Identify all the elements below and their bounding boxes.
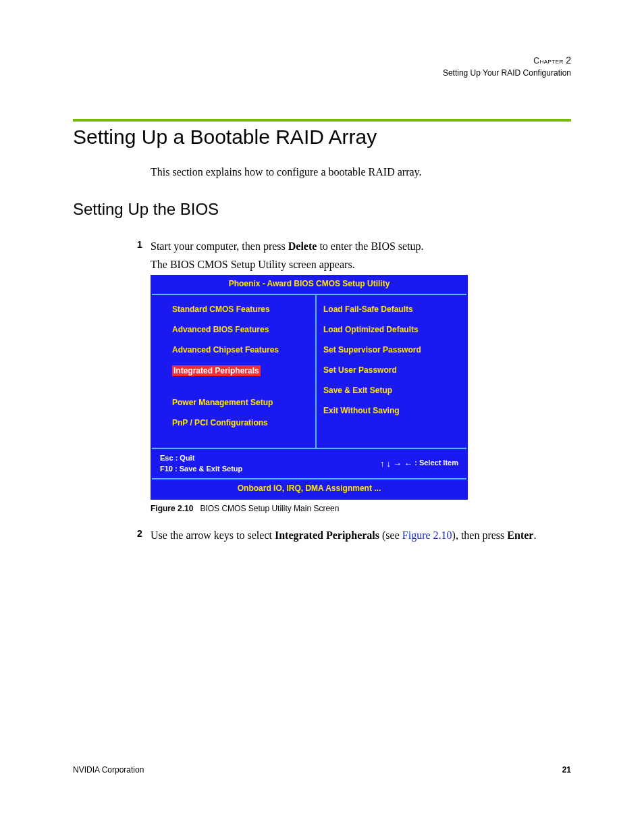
step-number: 2 [137, 528, 142, 539]
page-title: Setting Up a Bootable RAID Array [73, 126, 571, 149]
bios-body: Standard CMOS Features Advanced BIOS Fea… [152, 294, 466, 449]
bios-menu-item: Advanced BIOS Features [172, 325, 307, 334]
page-footer: NVIDIA Corporation 21 [73, 765, 571, 775]
bios-menu-item: Power Management Setup [172, 398, 307, 407]
bios-screenshot: Phoenix - Award BIOS CMOS Setup Utility … [151, 275, 468, 500]
bios-menu-item-selected: Integrated Peripherals [172, 365, 261, 376]
bios-menu-item: Set Supervisor Password [323, 345, 458, 355]
bios-right-column: Load Fail-Safe Defaults Load Optimized D… [317, 295, 466, 448]
figure-caption: Figure 2.10 BIOS CMOS Setup Utility Main… [151, 504, 571, 513]
section-subtitle: Setting Up the BIOS [73, 200, 571, 219]
bios-menu-item: Load Optimized Defaults [323, 325, 458, 334]
step2-mid1: (see [379, 529, 402, 541]
chapter-word: Chapter [533, 56, 564, 66]
bios-left-column: Standard CMOS Features Advanced BIOS Fea… [152, 295, 317, 448]
chapter-title: Setting Up Your RAID Configuration [73, 68, 571, 79]
bios-menu-item: Save & Exit Setup [323, 386, 458, 395]
bios-menu-item: Exit Without Saving [323, 406, 458, 415]
step1-post: to enter the BIOS setup. [317, 240, 423, 252]
bios-key-esc: Esc : Quit [160, 453, 380, 463]
figure-text: BIOS CMOS Setup Utility Main Screen [200, 504, 339, 513]
bios-menu-item: PnP / PCI Configurations [172, 418, 307, 427]
step-1: 1 Start your computer, then press Delete… [151, 239, 571, 513]
step2-mid2: ), then press [452, 529, 508, 541]
step-2: 2 Use the arrow keys to select Integrate… [151, 528, 571, 543]
step2-bold2: Enter [507, 529, 533, 541]
bios-menu-item: Standard CMOS Features [172, 305, 307, 314]
step2-bold1: Integrated Peripherals [275, 529, 379, 541]
chapter-number: 2 [566, 55, 571, 66]
step2-post: . [533, 529, 536, 541]
bios-key-f10: F10 : Save & Exit Setup [160, 464, 380, 474]
figure-link[interactable]: Figure 2.10 [402, 529, 452, 541]
arrow-left-icon: ← [404, 459, 412, 469]
step-number: 1 [137, 239, 142, 250]
section-rule [73, 119, 571, 122]
chapter-header: Chapter 2 Setting Up Your RAID Configura… [73, 54, 571, 78]
bios-select-item-label: : Select Item [414, 459, 458, 467]
bios-menu-item: Load Fail-Safe Defaults [323, 305, 458, 314]
footer-corp: NVIDIA Corporation [73, 765, 144, 775]
step1-bold: Delete [288, 240, 317, 252]
intro-text: This section explains how to configure a… [151, 166, 571, 178]
arrow-right-icon: → [393, 459, 402, 469]
figure-number: Figure 2.10 [151, 504, 193, 513]
arrow-down-icon: ↓ [387, 459, 392, 469]
page-number: 21 [562, 765, 571, 775]
step2-pre: Use the arrow keys to select [151, 529, 275, 541]
bios-title: Phoenix - Award BIOS CMOS Setup Utility [152, 276, 466, 294]
bios-menu-item: Set User Password [323, 365, 458, 375]
step1-pre: Start your computer, then press [151, 240, 288, 252]
bios-keys-row: Esc : Quit F10 : Save & Exit Setup ↑ ↓ →… [152, 449, 466, 479]
bios-bottom-hint: Onboard IO, IRQ, DMA Assignment ... [152, 479, 466, 498]
arrow-up-icon: ↑ [380, 459, 385, 469]
bios-menu-item: Advanced Chipset Features [172, 345, 307, 355]
step1-sub: The BIOS CMOS Setup Utility screen appea… [151, 257, 571, 272]
